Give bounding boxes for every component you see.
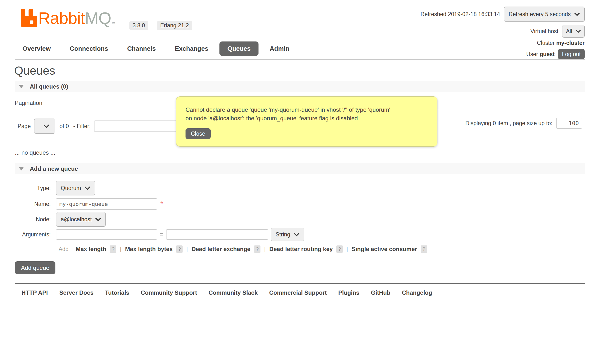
help-icon[interactable]: ?: [421, 245, 427, 253]
filter-label: - Filter:: [73, 123, 91, 130]
chevron-down-icon: [95, 218, 101, 221]
nav-divider: [15, 60, 585, 60]
page-select[interactable]: [34, 119, 55, 134]
tab-exchanges[interactable]: Exchanges: [175, 45, 208, 52]
collapse-triangle-icon: [19, 85, 24, 88]
cluster-info: Cluster my-cluster: [537, 40, 585, 46]
footer-link-tutorials[interactable]: Tutorials: [105, 289, 129, 296]
chevron-down-icon: [43, 124, 49, 128]
user-label-group: User guest: [526, 51, 555, 58]
virtual-host-controls: Virtual host All: [530, 25, 585, 38]
add-queue-form: Type: Quorum Name: * Node: a@localhost A…: [18, 181, 427, 253]
pagination-controls: Page of 0 - Filter:: [18, 119, 182, 134]
required-asterisk: *: [160, 200, 163, 208]
add-queue-header-label: Add a new queue: [30, 165, 78, 172]
chevron-down-icon: [294, 233, 300, 236]
main-nav: Overview Connections Channels Exchanges …: [22, 41, 290, 56]
footer-link-server-docs[interactable]: Server Docs: [59, 289, 93, 296]
dead-letter-routing-key-link[interactable]: Dead letter routing key: [269, 246, 333, 253]
argument-shortcut-links: Add Max length ? | Max length bytes ? | …: [59, 245, 427, 253]
add-queue-button[interactable]: Add queue: [15, 261, 55, 274]
tab-overview[interactable]: Overview: [22, 45, 51, 52]
warning-message-line2: on node 'a@localhost': the 'quorum_queue…: [186, 115, 358, 121]
name-label: Name:: [18, 201, 51, 207]
virtual-host-value: All: [566, 28, 572, 35]
cluster-label: Cluster: [537, 40, 555, 46]
max-length-link[interactable]: Max length: [76, 246, 106, 253]
warning-message: Cannot declare a queue 'queue 'my-quorum…: [186, 105, 428, 122]
user-label: User: [526, 51, 538, 57]
footer-link-community-support[interactable]: Community Support: [141, 289, 197, 296]
chevron-down-icon: [574, 12, 580, 16]
user-info: User guest Log out: [526, 49, 585, 59]
footer-divider: [15, 283, 585, 284]
rabbitmq-logo[interactable]: RabbitMQ ™: [20, 9, 115, 27]
argument-value-input[interactable]: [166, 229, 268, 240]
footer-link-community-slack[interactable]: Community Slack: [208, 289, 258, 296]
displaying-text: Displaying 0 item , page size up to:: [465, 120, 552, 127]
no-queues-text: ... no queues ...: [15, 149, 55, 156]
logo-wordmark: RabbitMQ: [38, 9, 111, 27]
link-separator: |: [264, 246, 266, 253]
rabbitmq-management-page: RabbitMQ ™ 3.8.0 Erlang 21.2 Refreshed 2…: [0, 0, 600, 364]
node-row: Node: a@localhost: [18, 212, 427, 227]
logo-trademark: ™: [112, 21, 115, 25]
node-select[interactable]: a@localhost: [56, 212, 106, 227]
queue-type-select[interactable]: Quorum: [56, 181, 95, 195]
help-icon[interactable]: ?: [336, 245, 343, 253]
tab-connections[interactable]: Connections: [70, 45, 108, 52]
max-length-bytes-link[interactable]: Max length bytes: [125, 246, 173, 253]
argument-key-input[interactable]: [56, 229, 157, 240]
type-row: Type: Quorum: [18, 181, 427, 195]
equals-sign: =: [160, 231, 163, 238]
tab-channels[interactable]: Channels: [127, 45, 156, 52]
help-icon[interactable]: ?: [254, 245, 260, 253]
arguments-label: Arguments:: [18, 231, 51, 238]
queue-name-input[interactable]: [56, 198, 157, 210]
warning-message-line1: Cannot declare a queue 'queue 'my-quorum…: [186, 106, 390, 113]
footer-link-http-api[interactable]: HTTP API: [21, 289, 48, 296]
footer-link-commercial-support[interactable]: Commercial Support: [269, 289, 327, 296]
name-row: Name: *: [18, 198, 427, 210]
page-size-controls: Displaying 0 item , page size up to:: [465, 118, 582, 129]
single-active-consumer-link[interactable]: Single active consumer: [352, 246, 417, 253]
filter-input[interactable]: [94, 121, 182, 132]
refresh-interval-select[interactable]: Refresh every 5 seconds: [504, 7, 585, 22]
logo-mq-text: MQ: [85, 9, 111, 27]
page-of-text: of 0: [60, 123, 69, 130]
footer-links: HTTP API Server Docs Tutorials Community…: [21, 289, 432, 296]
dead-letter-exchange-link[interactable]: Dead letter exchange: [191, 246, 250, 253]
refresh-controls: Refreshed 2019-02-18 16:33:14 Refresh ev…: [421, 7, 585, 22]
add-ghost-label: Add: [59, 246, 69, 253]
chevron-down-icon: [84, 186, 90, 190]
version-badges: 3.8.0 Erlang 21.2: [129, 21, 192, 30]
virtual-host-label: Virtual host: [530, 28, 559, 35]
chevron-down-icon: [576, 30, 581, 33]
add-queue-button-wrap: Add queue: [15, 261, 55, 274]
all-queues-header-label: All queues (0): [30, 83, 68, 90]
footer-link-changelog[interactable]: Changelog: [402, 289, 432, 296]
add-queue-section-header[interactable]: Add a new queue: [15, 163, 585, 174]
arguments-row: Arguments: = String: [18, 229, 427, 240]
logout-button[interactable]: Log out: [558, 49, 585, 59]
erlang-version-badge: Erlang 21.2: [157, 21, 192, 30]
footer-link-github[interactable]: GitHub: [371, 289, 390, 296]
help-icon[interactable]: ?: [176, 245, 183, 253]
argument-type-select[interactable]: String: [271, 228, 304, 241]
link-separator: |: [186, 246, 188, 253]
type-label: Type:: [18, 185, 51, 192]
help-icon[interactable]: ?: [110, 245, 116, 253]
link-separator: |: [346, 246, 348, 253]
page-size-input[interactable]: [556, 118, 582, 129]
footer-link-plugins[interactable]: Plugins: [338, 289, 360, 296]
warning-popup: Cannot declare a queue 'queue 'my-quorum…: [176, 96, 437, 147]
tab-admin[interactable]: Admin: [270, 45, 290, 52]
tab-queues[interactable]: Queues: [219, 41, 258, 56]
virtual-host-select[interactable]: All: [562, 25, 585, 38]
node-label: Node:: [18, 216, 51, 223]
all-queues-section-header[interactable]: All queues (0): [15, 81, 585, 92]
argument-type-value: String: [276, 231, 290, 238]
logo-rabbit-text: Rabbit: [38, 9, 85, 27]
close-button[interactable]: Close: [186, 128, 211, 139]
link-separator: |: [120, 246, 121, 253]
